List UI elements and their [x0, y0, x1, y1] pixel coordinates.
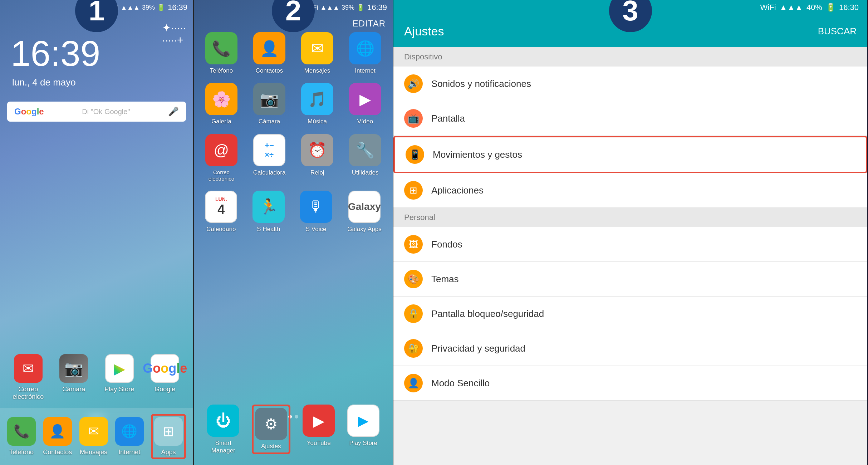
app-correo[interactable]: ✉ Correoelectrónico	[7, 354, 49, 401]
modo-sencillo-icon: 👤	[404, 374, 423, 392]
s2-battery: 39%	[342, 4, 354, 11]
s3-item-modo-sencillo[interactable]: 👤 Modo Sencillo	[393, 366, 867, 401]
s2-bottom-row: ⏻ SmartManager ⚙ Ajustes ▶ YouTube ▶ Pla…	[194, 401, 393, 458]
fondos-icon: 🖼	[404, 235, 423, 254]
s1-time: 16:39	[168, 3, 187, 12]
playstore-icon: ▶	[105, 354, 134, 383]
s2-row1: 📞 Teléfono 👤 Contactos ✉ Mensajes 🌐 Inte…	[197, 32, 389, 74]
camara-label: Cámara	[62, 386, 85, 393]
s2-shealth[interactable]: 🏃 S Health	[252, 191, 285, 233]
s2-app-grid: 📞 Teléfono 👤 Contactos ✉ Mensajes 🌐 Inte…	[194, 32, 393, 233]
s3-item-aplicaciones[interactable]: ⊞ Aplicaciones	[393, 173, 867, 208]
s2-smartmanager[interactable]: ⏻ SmartManager	[207, 405, 239, 454]
dock-apps-label: Apps	[161, 449, 176, 456]
dock-telefono-label: Teléfono	[9, 449, 34, 456]
s1-widget-clock: ✦··········+	[162, 21, 186, 46]
battery-icon: 🔋	[157, 4, 165, 11]
sonidos-icon: 🔊	[404, 74, 423, 93]
movimientos-icon: 📱	[406, 145, 424, 164]
privacidad-label: Privacidad y seguridad	[431, 343, 525, 354]
s3-section-dispositivo: Dispositivo	[393, 47, 867, 67]
s2-calendario[interactable]: LUN.4 Calendario	[205, 191, 237, 233]
s3-item-privacidad[interactable]: 🔐 Privacidad y seguridad	[393, 331, 867, 366]
google-logo: Google	[14, 107, 44, 117]
s2-calc[interactable]: +−×÷ Calculadora	[253, 134, 286, 182]
pantalla-label: Pantalla	[431, 113, 465, 124]
s1-app-grid: ✉ Correoelectrónico 📷 Cámara ▶ Play Stor…	[0, 347, 193, 408]
app-google[interactable]: Google Google	[144, 354, 186, 401]
s3-item-bloqueo[interactable]: 🔒 Pantalla bloqueo/seguridad	[393, 297, 867, 331]
s3-title: Ajustes	[404, 24, 444, 38]
s3-signal-icon: ▲▲▲	[780, 3, 803, 12]
dock-telefono[interactable]: 📞 Teléfono	[7, 417, 36, 456]
s3-item-fondos[interactable]: 🖼 Fondos	[393, 227, 867, 262]
dock-mensajes[interactable]: ✉ Mensajes	[79, 417, 108, 456]
dock-internet[interactable]: 🌐 Internet	[115, 417, 144, 456]
playstore-label: Play Store	[104, 386, 134, 393]
s3-wifi-icon: WiFi	[760, 3, 776, 12]
s1-search-bar[interactable]: Google Di "Ok Google" 🎤	[7, 102, 186, 122]
movimientos-label: Movimientos y gestos	[433, 149, 522, 160]
editar-button[interactable]: EDITAR	[353, 19, 386, 29]
s3-item-pantalla[interactable]: 📺 Pantalla	[393, 101, 867, 136]
camara-icon: 📷	[59, 354, 88, 383]
s3-battery-icon: 🔋	[826, 3, 835, 12]
modo-sencillo-label: Modo Sencillo	[431, 378, 490, 389]
signal-icon: ▲▲▲	[121, 4, 139, 11]
s2-utilidades[interactable]: 🔧 Utilidades	[349, 134, 381, 182]
s3-section-personal: Personal	[393, 208, 867, 227]
correo-label: Correoelectrónico	[13, 386, 44, 401]
s3-search-button[interactable]: BUSCAR	[818, 26, 857, 37]
s3-item-temas[interactable]: 🎨 Temas	[393, 262, 867, 297]
aplicaciones-icon: ⊞	[404, 181, 423, 200]
correo-icon: ✉	[14, 354, 43, 383]
s3-item-movimientos[interactable]: 📱 Movimientos y gestos	[393, 136, 867, 173]
s2-galaxy[interactable]: Galaxy Galaxy Apps	[347, 191, 381, 233]
screen2: 2 WiFi ▲▲▲ 39% 🔋 16:39 EDITAR 📞 Teléfono…	[193, 0, 393, 465]
temas-label: Temas	[431, 274, 459, 285]
s2-row2: 🌸 Galería 📷 Cámara 🎵 Música ▶ Vídeo	[197, 83, 389, 125]
s2-mensajes[interactable]: ✉ Mensajes	[301, 32, 333, 74]
s2-contactos[interactable]: 👤 Contactos	[253, 32, 285, 74]
screen3: 3 WiFi ▲▲▲ 40% 🔋 16:30 Ajustes BUSCAR Di…	[393, 0, 867, 465]
privacidad-icon: 🔐	[404, 339, 423, 358]
s2-internet[interactable]: 🌐 Internet	[349, 32, 381, 74]
mic-icon[interactable]: 🎤	[168, 107, 179, 117]
app-playstore[interactable]: ▶ Play Store	[98, 354, 141, 401]
s2-row4: LUN.4 Calendario 🏃 S Health 🎙 S Voice Ga…	[197, 191, 389, 233]
google-icon: Google	[151, 354, 179, 383]
s1-search-hint: Di "Ok Google"	[82, 108, 130, 116]
bloqueo-label: Pantalla bloqueo/seguridad	[431, 308, 544, 319]
dock-contactos[interactable]: 👤 Contactos	[43, 417, 72, 456]
google-label: Google	[155, 386, 175, 393]
s2-playstore[interactable]: ▶ Play Store	[347, 405, 379, 454]
s1-date: lun., 4 de mayo	[0, 74, 193, 91]
s3-battery: 40%	[806, 3, 822, 12]
dock-contactos-label: Contactos	[43, 449, 72, 456]
dock-mensajes-label: Mensajes	[80, 449, 107, 456]
dock-internet-label: Internet	[118, 449, 140, 456]
s2-svoice[interactable]: 🎙 S Voice	[300, 191, 332, 233]
screen1: 1 WiFi ▲▲▲ 39% 🔋 16:39 16:39 lun., 4 de …	[0, 0, 193, 465]
pantalla-icon: 📺	[404, 109, 423, 128]
s3-time: 16:30	[839, 3, 859, 12]
s2-correo[interactable]: @ Correoelectrónico	[205, 134, 237, 182]
fondos-label: Fondos	[431, 239, 462, 250]
s2-ajustes[interactable]: ⚙ Ajustes	[252, 405, 290, 454]
s2-musica[interactable]: 🎵 Música	[301, 83, 333, 125]
s2-reloj[interactable]: ⏰ Reloj	[301, 134, 333, 182]
temas-icon: 🎨	[404, 270, 423, 288]
s1-dock: 📞 Teléfono 👤 Contactos ✉ Mensajes 🌐 Inte…	[0, 408, 193, 465]
s2-battery-icon: 🔋	[357, 4, 364, 11]
app-camara[interactable]: 📷 Cámara	[53, 354, 95, 401]
s2-video[interactable]: ▶ Vídeo	[349, 83, 381, 125]
s2-galeria[interactable]: 🌸 Galería	[205, 83, 237, 125]
s2-youtube[interactable]: ▶ YouTube	[303, 405, 335, 454]
battery-level: 39%	[142, 4, 155, 11]
dock-apps[interactable]: ⊞ Apps	[151, 414, 186, 459]
aplicaciones-label: Aplicaciones	[431, 185, 484, 196]
s3-item-sonidos[interactable]: 🔊 Sonidos y notificaciones	[393, 67, 867, 101]
s2-time: 16:39	[367, 3, 387, 12]
s2-camara[interactable]: 📷 Cámara	[253, 83, 285, 125]
s2-telefono[interactable]: 📞 Teléfono	[205, 32, 237, 74]
